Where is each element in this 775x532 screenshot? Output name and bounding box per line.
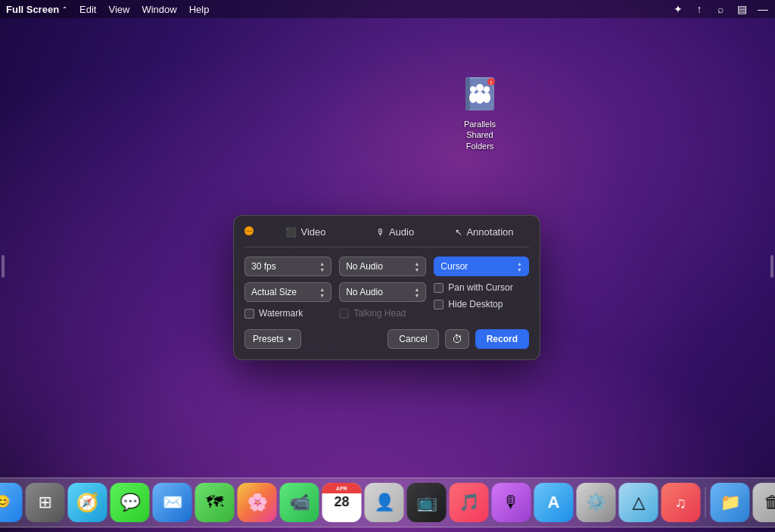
size-down-arrow: ▼ bbox=[319, 293, 325, 298]
watermark-label: Watermark bbox=[259, 308, 303, 319]
screenium-icon[interactable]: ✦ bbox=[672, 3, 684, 15]
dock-item-facetime[interactable]: 📹 bbox=[280, 483, 319, 522]
cursor-select[interactable]: Cursor ▲ ▼ bbox=[434, 257, 529, 276]
cancel-button[interactable]: Cancel bbox=[388, 329, 438, 349]
audio-tab-label: Audio bbox=[389, 226, 414, 238]
desktop: Full Screen ⌃ Edit View Window Help ✦ ↑ … bbox=[0, 0, 775, 532]
pan-cursor-checkbox[interactable] bbox=[434, 283, 444, 293]
dock-item-safari[interactable]: 🧭 bbox=[68, 483, 107, 522]
parallels-shared-folders-icon[interactable]: ! Parallels SharedFolders bbox=[450, 72, 510, 151]
dock-separator bbox=[705, 487, 706, 518]
dock-item-messages[interactable]: 💬 bbox=[110, 483, 150, 522]
menubar-window[interactable]: Window bbox=[142, 4, 176, 15]
dock-item-music[interactable]: 🎵 bbox=[450, 483, 489, 522]
dock-item-mail[interactable]: ✉️ bbox=[153, 483, 192, 522]
menubar-left: Full Screen ⌃ Edit View Window Help bbox=[6, 4, 209, 15]
video-tab-label: Video bbox=[300, 226, 325, 238]
dock-item-finder[interactable]: 😊 bbox=[0, 483, 23, 522]
dialog-footer: Presets ▼ Cancel ⏱ Record bbox=[244, 329, 529, 349]
dialog-content: 30 fps ▲ ▼ Actual Size ▲ ▼ Watermark bbox=[244, 257, 529, 319]
presets-button[interactable]: Presets ▼ bbox=[244, 329, 301, 349]
hide-desktop-checkbox[interactable] bbox=[434, 300, 444, 310]
tab-audio[interactable]: 🎙 Audio bbox=[350, 225, 440, 239]
cursor-down-arrow: ▼ bbox=[517, 267, 522, 272]
dock: 😊 ⊞ 🧭 💬 ✉️ 🗺 🌸 📹 bbox=[0, 478, 775, 527]
menu-extra-icon[interactable]: — bbox=[757, 3, 769, 15]
cursor-arrows: ▲ ▼ bbox=[517, 261, 522, 272]
watermark-checkbox[interactable] bbox=[244, 309, 254, 319]
annotation-tab-icon: ↖ bbox=[455, 227, 462, 238]
talking-head-checkbox[interactable] bbox=[339, 309, 349, 319]
dock-item-settings[interactable]: ⚙️ bbox=[577, 483, 616, 522]
mic-label: No Audio bbox=[346, 261, 383, 272]
size-up-arrow: ▲ bbox=[319, 287, 325, 292]
svg-point-7 bbox=[484, 86, 490, 92]
dock-container: 😊 ⊞ 🧭 💬 ✉️ 🗺 🌸 📹 bbox=[0, 478, 775, 527]
timer-icon: ⏱ bbox=[452, 333, 462, 345]
system-audio-label: No Audio bbox=[346, 287, 383, 297]
dialog-tabs: ⬛ Video 🎙 Audio ↖ Annotation bbox=[244, 225, 529, 247]
system-audio-select[interactable]: No Audio ▲ ▼ bbox=[339, 282, 426, 302]
fps-arrows: ▲ ▼ bbox=[319, 261, 325, 272]
tab-annotation[interactable]: ↖ Annotation bbox=[440, 225, 529, 239]
system-audio-arrows: ▲ ▼ bbox=[414, 287, 419, 298]
size-label: Actual Size bbox=[251, 287, 297, 297]
dock-item-trash[interactable]: 🗑 bbox=[753, 483, 776, 522]
fps-down-arrow: ▼ bbox=[319, 267, 325, 272]
video-column: 30 fps ▲ ▼ Actual Size ▲ ▼ Watermark bbox=[244, 257, 331, 319]
menubar: Full Screen ⌃ Edit View Window Help ✦ ↑ … bbox=[0, 0, 775, 18]
control-center-icon[interactable]: ▤ bbox=[736, 3, 748, 15]
dock-item-folder[interactable]: 📁 bbox=[711, 483, 750, 522]
upload-icon[interactable]: ↑ bbox=[693, 3, 705, 15]
app-name-label: Full Screen bbox=[6, 4, 59, 15]
dock-item-altitude[interactable]: △ bbox=[619, 483, 658, 522]
sys-up-arrow: ▲ bbox=[414, 287, 419, 292]
watermark-row: Watermark bbox=[244, 308, 331, 319]
dock-item-podcasts[interactable]: 🎙 bbox=[492, 483, 531, 522]
mic-select[interactable]: No Audio ▲ ▼ bbox=[339, 257, 426, 276]
size-arrows: ▲ ▼ bbox=[319, 287, 325, 298]
size-select[interactable]: Actual Size ▲ ▼ bbox=[244, 282, 331, 302]
dock-item-appletv[interactable]: 📺 bbox=[407, 483, 447, 522]
dock-item-contacts[interactable]: 👤 bbox=[365, 483, 404, 522]
menubar-view[interactable]: View bbox=[108, 4, 129, 15]
dialog-minimize-button[interactable]: — bbox=[244, 226, 254, 235]
right-resize-handle[interactable] bbox=[769, 251, 775, 282]
dock-item-appstore[interactable]: A bbox=[534, 483, 574, 522]
mic-down-arrow: ▼ bbox=[414, 267, 419, 272]
menubar-help[interactable]: Help bbox=[189, 4, 210, 15]
footer-left: Presets ▼ bbox=[244, 329, 301, 349]
talking-head-label: Talking Head bbox=[353, 308, 406, 319]
menubar-right: ✦ ↑ ⌕ ▤ — bbox=[672, 3, 769, 15]
dock-item-photos[interactable]: 🌸 bbox=[238, 483, 277, 522]
tab-video[interactable]: ⬛ Video bbox=[261, 225, 350, 239]
mic-arrows: ▲ ▼ bbox=[414, 261, 419, 272]
svg-text:😊: 😊 bbox=[0, 494, 11, 509]
menubar-edit[interactable]: Edit bbox=[79, 4, 96, 15]
fps-label: 30 fps bbox=[251, 261, 276, 272]
cursor-up-arrow: ▲ bbox=[517, 261, 522, 266]
record-button[interactable]: Record bbox=[475, 329, 529, 349]
search-icon[interactable]: ⌕ bbox=[714, 3, 727, 15]
dock-item-scrobbles[interactable]: ♫ bbox=[661, 483, 701, 522]
fps-select[interactable]: 30 fps ▲ ▼ bbox=[244, 257, 331, 276]
record-label: Record bbox=[487, 334, 518, 344]
left-resize-handle[interactable] bbox=[0, 251, 6, 282]
dock-item-launchpad[interactable]: ⊞ bbox=[26, 483, 65, 522]
presets-label: Presets bbox=[253, 334, 284, 344]
menubar-app-name[interactable]: Full Screen ⌃ bbox=[6, 4, 67, 15]
svg-text:!: ! bbox=[490, 80, 492, 86]
annotation-tab-label: Annotation bbox=[466, 226, 513, 238]
hide-desktop-row: Hide Desktop bbox=[434, 299, 529, 310]
fps-up-arrow: ▲ bbox=[319, 261, 325, 266]
dock-item-maps[interactable]: 🗺 bbox=[195, 483, 235, 522]
talking-head-row: Talking Head bbox=[339, 308, 426, 319]
timer-button[interactable]: ⏱ bbox=[445, 329, 469, 349]
svg-point-3 bbox=[470, 86, 476, 92]
audio-column: No Audio ▲ ▼ No Audio ▲ ▼ Talking Head bbox=[339, 257, 426, 319]
cancel-label: Cancel bbox=[399, 334, 427, 344]
parallels-icon-label: Parallels SharedFolders bbox=[450, 119, 510, 151]
hide-desktop-label: Hide Desktop bbox=[448, 299, 503, 310]
audio-tab-icon: 🎙 bbox=[376, 227, 385, 238]
dock-item-calendar[interactable]: APR 28 bbox=[322, 483, 362, 522]
